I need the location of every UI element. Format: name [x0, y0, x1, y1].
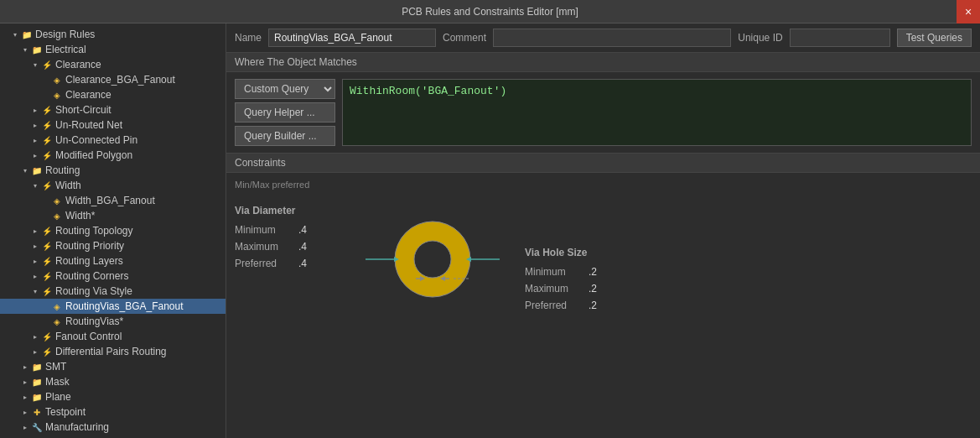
- rule-icon-unrouted: ⚡: [40, 119, 54, 131]
- arrow-topology: ▸: [30, 225, 40, 237]
- tree-item-clearance-group[interactable]: ▾ ⚡ Clearance: [0, 57, 226, 72]
- tree-item-diff-pairs[interactable]: ▸ ⚡ Differential Pairs Routing: [0, 344, 226, 359]
- tree-item-modified-polygon[interactable]: ▸ ⚡ Modified Polygon: [0, 148, 226, 163]
- tree-item-vias-star[interactable]: ◈ RoutingVias*: [0, 314, 226, 329]
- folder-icon-routing: 📁: [30, 164, 44, 176]
- comment-input[interactable]: [493, 29, 731, 47]
- label-design-rules: Design Rules: [35, 29, 95, 40]
- folder-icon: 📁: [20, 29, 34, 40]
- label-plane: Plane: [45, 391, 71, 403]
- tree-panel: ▾ 📁 Design Rules ▾ 📁 Electrical ▾ ⚡ Clea…: [0, 23, 226, 438]
- tree-item-electrical[interactable]: ▾ 📁 Electrical: [0, 42, 226, 57]
- constraints-section: Min/Max preferred Via Diameter Minimum .…: [226, 173, 980, 438]
- via-hole-min-value: .2: [589, 266, 614, 278]
- constraints-header: Constraints: [226, 154, 980, 173]
- query-buttons: Custom Query Query Helper ... Query Buil…: [235, 79, 335, 146]
- tree-item-routing-topology[interactable]: ▸ ⚡ Routing Topology: [0, 223, 226, 238]
- rule-icon-clearance2: ◈: [50, 89, 64, 101]
- rule-icon-diff: ⚡: [40, 346, 54, 357]
- arrow-testpoint: ▸: [20, 406, 30, 418]
- rule-icon-width-bga: ◈: [50, 195, 64, 206]
- query-textarea[interactable]: WithinRoom('BGA_Fanout'): [342, 79, 972, 146]
- tree-item-testpoint[interactable]: ▸ ✚ Testpoint: [0, 404, 226, 420]
- unique-id-label: Unique ID: [738, 32, 782, 44]
- label-routing: Routing: [45, 164, 80, 176]
- via-hole-max-row: Maximum .2: [525, 280, 614, 297]
- arrow-mask: ▸: [20, 376, 30, 388]
- custom-query-dropdown[interactable]: Custom Query: [235, 79, 335, 99]
- via-diameter-pref-row: Preferred .4: [235, 255, 324, 272]
- rule-icon-vias-star: ◈: [50, 315, 64, 327]
- arrow-corners: ▸: [30, 270, 40, 282]
- tree-item-width-group[interactable]: ▾ ⚡ Width: [0, 178, 226, 193]
- rule-editor-panel: Name Comment Unique ID Test Queries Wher…: [226, 23, 980, 438]
- arrow-smt: ▸: [20, 361, 30, 373]
- label-vias-star: RoutingVias*: [65, 315, 123, 327]
- folder-icon-smt: 📁: [30, 361, 44, 373]
- tree-item-high-speed[interactable]: ▸ ⚡ High Speed: [0, 435, 226, 438]
- label-width-group: Width: [55, 180, 81, 191]
- query-section: Custom Query Query Helper ... Query Buil…: [226, 72, 980, 154]
- label-manufacturing: Manufacturing: [45, 421, 109, 433]
- via-hole-min-label: Minimum: [525, 266, 583, 278]
- via-diameter-max-row: Maximum .4: [235, 238, 324, 255]
- arrow-vias-star: [40, 315, 50, 327]
- via-hole-min-row: Minimum .2: [525, 263, 614, 280]
- tree-item-manufacturing[interactable]: ▸ 🔧 Manufacturing: [0, 420, 226, 435]
- tree-item-fanout[interactable]: ▸ ⚡ Fanout Control: [0, 329, 226, 344]
- via-diagram-area: Via Diameter Minimum .4 Maximum .4 Prefe…: [235, 196, 972, 322]
- tree-item-smt[interactable]: ▸ 📁 SMT: [0, 359, 226, 374]
- query-builder-button[interactable]: Query Builder ...: [235, 126, 335, 146]
- label-un-routed: Un-Routed Net: [55, 119, 122, 131]
- arrow-short-circuit: ▸: [30, 104, 40, 116]
- label-width-star: Width*: [65, 210, 95, 222]
- arrow-modified-polygon: ▸: [30, 149, 40, 161]
- test-queries-button[interactable]: Test Queries: [897, 29, 972, 47]
- label-smt: SMT: [45, 361, 66, 373]
- tree-item-clearance-bga[interactable]: ◈ Clearance_BGA_Fanout: [0, 72, 226, 87]
- tree-item-vias-bga[interactable]: ◈ RoutingVias_BGA_Fanout: [0, 299, 226, 314]
- unique-id-input[interactable]: [790, 29, 890, 47]
- arrow-fanout: ▸: [30, 331, 40, 342]
- name-input[interactable]: [268, 29, 436, 47]
- folder-icon-mask: 📁: [30, 376, 44, 388]
- tree-item-mask[interactable]: ▸ 📁 Mask: [0, 374, 226, 389]
- rule-icon-layers: ⚡: [40, 255, 54, 267]
- label-routing-topology: Routing Topology: [55, 225, 133, 237]
- svg-point-1: [414, 241, 451, 278]
- arrow-clearance-bga: [40, 74, 50, 86]
- rule-header: Name Comment Unique ID Test Queries: [226, 23, 980, 53]
- arrow-layers: ▸: [30, 255, 40, 267]
- tree-item-routing-corners[interactable]: ▸ ⚡ Routing Corners: [0, 269, 226, 284]
- via-diameter-min-value: .4: [298, 224, 324, 236]
- testpoint-icon: ✚: [30, 406, 44, 418]
- via-diameter-min-row: Minimum .4: [235, 222, 324, 238]
- tree-item-plane[interactable]: ▸ 📁 Plane: [0, 389, 226, 404]
- close-button[interactable]: ×: [957, 0, 980, 23]
- tree-item-clearance[interactable]: ◈ Clearance: [0, 87, 226, 102]
- via-diameter-label: Via Diameter: [235, 205, 324, 216]
- window-title: PCB Rules and Constraints Editor [mm]: [402, 6, 578, 18]
- tree-item-design-rules[interactable]: ▾ 📁 Design Rules: [0, 27, 226, 42]
- custom-query-select[interactable]: Custom Query: [235, 79, 335, 99]
- name-label: Name: [235, 32, 262, 44]
- query-helper-button[interactable]: Query Helper ...: [235, 102, 335, 123]
- label-un-connected: Un-Connected Pin: [55, 134, 137, 146]
- arrow-width-bga: [40, 195, 50, 206]
- rule-icon-corners: ⚡: [40, 270, 54, 282]
- tree-item-short-circuit[interactable]: ▸ ⚡ Short-Circuit: [0, 102, 226, 117]
- tree-item-routing-priority[interactable]: ▸ ⚡ Routing Priority: [0, 238, 226, 253]
- tree-item-un-connected[interactable]: ▸ ⚡ Un-Connected Pin: [0, 133, 226, 148]
- rule-icon-priority: ⚡: [40, 240, 54, 252]
- arrow-via-style: ▾: [30, 285, 40, 297]
- tree-item-routing[interactable]: ▾ 📁 Routing: [0, 163, 226, 178]
- tree-item-routing-layers[interactable]: ▸ ⚡ Routing Layers: [0, 253, 226, 269]
- tree-item-via-style[interactable]: ▾ ⚡ Routing Via Style: [0, 284, 226, 299]
- arrow-vias-bga: [40, 300, 50, 312]
- tree-item-un-routed[interactable]: ▸ ⚡ Un-Routed Net: [0, 117, 226, 133]
- label-electrical: Electrical: [45, 44, 86, 55]
- arrow-diff-pairs: ▸: [30, 346, 40, 357]
- tree-item-width-star[interactable]: ◈ Width*: [0, 208, 226, 223]
- label-fanout: Fanout Control: [55, 331, 122, 342]
- tree-item-width-bga[interactable]: ◈ Width_BGA_Fanout: [0, 193, 226, 208]
